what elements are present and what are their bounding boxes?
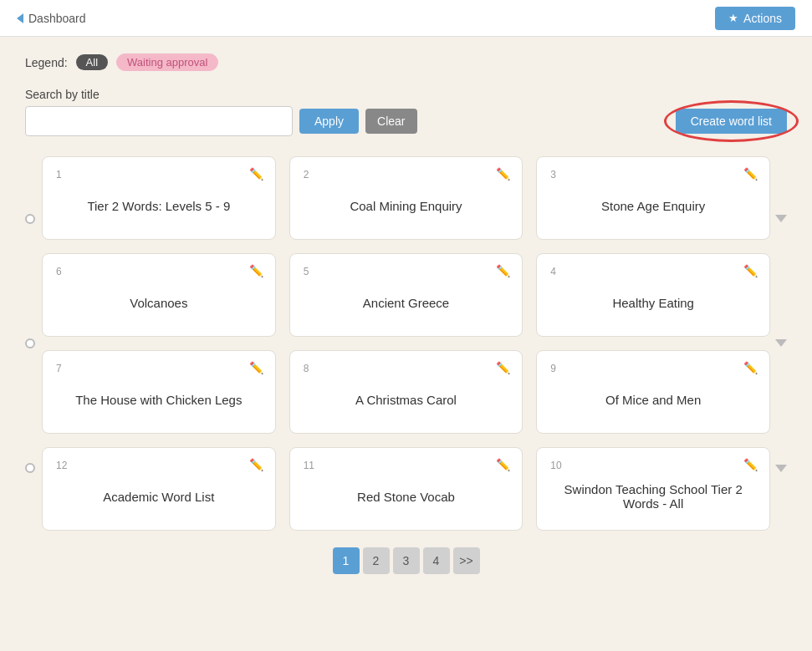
left-dot-1 [25,214,35,224]
word-list-card[interactable]: 1 ✏️ Tier 2 Words: Levels 5 - 9 [42,156,276,240]
search-section: Search by title Apply Clear Create word … [25,88,787,136]
card-number: 5 [304,266,509,277]
edit-icon[interactable]: ✏️ [249,361,263,374]
edit-icon[interactable]: ✏️ [249,264,263,277]
page-button[interactable]: 4 [423,547,450,574]
card-number: 6 [56,266,262,277]
word-list-card[interactable]: 6 ✏️ Volcanoes [42,253,276,337]
legend-label: Legend: [25,56,68,69]
clear-button[interactable]: Clear [365,109,416,134]
search-label: Search by title [25,88,787,101]
pagination: 1234>> [25,547,787,591]
card-number: 2 [304,169,509,181]
word-list-card[interactable]: 3 ✏️ Stone Age Enquiry [536,156,770,240]
grid-wrapper: 1 ✏️ Tier 2 Words: Levels 5 - 9 2 ✏️ Coa… [25,156,787,531]
page-button[interactable]: 3 [393,547,420,574]
page-button[interactable]: 1 [333,547,360,574]
edit-icon[interactable]: ✏️ [743,361,758,374]
create-word-list-wrapper: Create word list [676,109,787,134]
word-list-card[interactable]: 7 ✏️ The House with Chicken Legs [42,350,276,434]
word-list-card[interactable]: 8 ✏️ A Christmas Carol [289,350,523,434]
card-title: Swindon Teaching School Tier 2 Words - A… [550,480,756,513]
word-list-card[interactable]: 5 ✏️ Ancient Greece [289,253,523,337]
back-arrow-icon [17,13,23,23]
chevron-down-icon-2 [775,339,787,347]
word-list-card[interactable]: 2 ✏️ Coal Mining Enquiry [289,156,523,240]
card-title: Coal Mining Enquiry [304,189,509,222]
card-title: Red Stone Vocab [304,480,509,513]
card-title: A Christmas Carol [304,383,509,416]
edit-icon[interactable]: ✏️ [496,264,510,277]
page-button[interactable]: >> [453,547,480,574]
word-list-card[interactable]: 12 ✏️ Academic Word List [42,447,276,531]
left-dot-3 [25,463,35,473]
legend-row: Legend: All Waiting approval [25,53,787,71]
edit-icon[interactable]: ✏️ [496,167,510,181]
actions-label: Actions [743,12,782,25]
dashboard-label: Dashboard [28,12,86,25]
card-title: Tier 2 Words: Levels 5 - 9 [56,189,262,222]
card-title: Of Mice and Men [550,383,756,416]
card-number: 12 [56,460,262,471]
edit-icon[interactable]: ✏️ [743,264,758,277]
card-title: Ancient Greece [304,286,509,319]
edit-icon[interactable]: ✏️ [496,458,510,471]
edit-icon[interactable]: ✏️ [249,458,263,471]
legend-all-badge[interactable]: All [76,54,108,70]
card-title: Academic Word List [56,480,262,513]
card-number: 3 [550,169,756,181]
apply-button[interactable]: Apply [299,109,359,134]
card-title: Volcanoes [56,286,262,319]
right-arrows [775,156,787,531]
search-input[interactable] [25,106,293,136]
card-title: Healthy Eating [550,286,756,319]
card-number: 10 [550,460,756,471]
edit-icon[interactable]: ✏️ [743,458,758,471]
left-connector [25,156,35,531]
actions-button[interactable]: ★ Actions [715,7,795,30]
word-list-card[interactable]: 9 ✏️ Of Mice and Men [536,350,770,434]
card-title: Stone Age Enquiry [550,189,756,222]
create-word-list-button[interactable]: Create word list [676,109,787,134]
word-list-card[interactable]: 4 ✏️ Healthy Eating [536,253,770,337]
word-list-card[interactable]: 11 ✏️ Red Stone Vocab [289,447,523,531]
chevron-down-icon-1 [775,215,787,222]
card-number: 7 [56,363,262,374]
search-row: Apply Clear Create word list [25,106,787,136]
card-number: 4 [550,266,756,277]
card-title: The House with Chicken Legs [56,383,262,416]
word-list-card[interactable]: 10 ✏️ Swindon Teaching School Tier 2 Wor… [536,447,770,531]
cards-grid: 1 ✏️ Tier 2 Words: Levels 5 - 9 2 ✏️ Coa… [42,156,770,531]
header: Dashboard ★ Actions [0,0,812,37]
card-number: 1 [56,169,262,181]
star-icon: ★ [728,12,738,24]
main-content: Legend: All Waiting approval Search by t… [0,37,812,608]
edit-icon[interactable]: ✏️ [496,361,510,374]
page-button[interactable]: 2 [363,547,390,574]
chevron-down-icon-3 [775,465,787,472]
card-number: 8 [304,363,509,374]
card-number: 11 [304,460,509,471]
left-dot-2 [25,338,35,348]
dashboard-link[interactable]: Dashboard [17,12,86,25]
edit-icon[interactable]: ✏️ [249,167,263,181]
legend-waiting-badge[interactable]: Waiting approval [116,53,218,71]
edit-icon[interactable]: ✏️ [743,167,758,181]
card-number: 9 [550,363,756,374]
